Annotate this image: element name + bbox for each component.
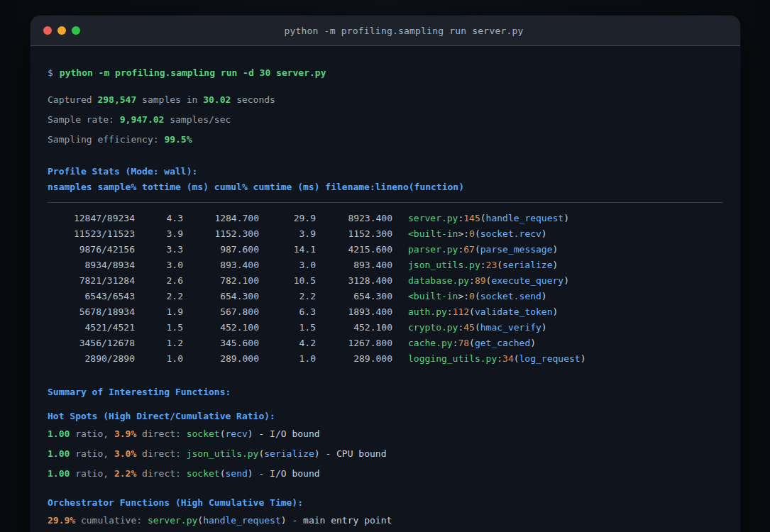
text-segment: (	[220, 428, 226, 439]
function-cell: auth.py:112(validate_token)	[408, 304, 558, 320]
cell-nsamples: 6543/6543	[48, 289, 135, 304]
cell-tottime: 567.800	[183, 304, 259, 320]
text-segment: direct:	[136, 448, 186, 459]
text-segment: Sampling efficiency:	[48, 134, 164, 145]
table-columns-header: nsamples sample% tottime (ms) cumul% cum…	[48, 179, 723, 195]
cell-cumul_pct: 6.3	[259, 304, 316, 320]
command-line: $python -m profiling.sampling run -d 30 …	[48, 63, 723, 83]
text-segment: (	[220, 468, 226, 479]
percent-value: 2.2%	[114, 468, 136, 479]
function-name: socket.send	[480, 291, 541, 301]
maximize-button[interactable]	[72, 26, 80, 35]
table-row: 3456/126781.2345.6004.21267.800cache.py:…	[48, 336, 723, 351]
cell-cumtime: 1152.300	[316, 226, 392, 242]
line-number: 23	[486, 260, 497, 270]
text-segment: (	[469, 306, 475, 317]
cell-cumul_pct: 1.5	[259, 320, 316, 336]
function-name: parse_message	[480, 244, 553, 255]
cell-nsamples: 2890/2890	[48, 351, 135, 367]
bound-description: - I/O bound	[258, 428, 319, 439]
text-segment: )	[541, 322, 547, 333]
text-segment: )	[541, 291, 547, 301]
table-row: 11523/115233.91152.3003.91152.300<built-…	[48, 226, 723, 242]
text-segment: (	[475, 244, 480, 255]
cell-tottime: 1152.300	[183, 226, 259, 242]
target-name: socket	[187, 468, 220, 479]
text-segment: direct:	[136, 428, 186, 439]
function-cell: <built-in>:0(socket.send)	[408, 289, 547, 304]
text-segment: 99.5%	[164, 134, 192, 145]
table-row: 4521/45211.5452.1001.5452.100crypto.py:4…	[48, 320, 723, 336]
text-segment: :	[469, 275, 475, 286]
cell-cumtime: 3128.400	[316, 273, 392, 289]
bound-description: - CPU bound	[325, 448, 386, 459]
text-segment: 298,547	[97, 94, 136, 105]
cell-nsamples: 12847/89234	[48, 211, 135, 226]
cell-nsamples: 4521/4521	[48, 320, 135, 336]
cell-nsamples: 11523/11523	[48, 226, 135, 242]
text-segment: :	[463, 291, 469, 301]
function-name: handle_request	[203, 515, 281, 526]
cell-nsamples: 8934/8934	[48, 257, 135, 273]
text-segment: (	[475, 291, 480, 301]
cell-sample_pct: 2.2	[135, 289, 183, 304]
text-segment: :	[480, 260, 486, 270]
profile-table: 12847/892344.31284.70029.98923.400server…	[48, 211, 723, 367]
function-name: recv	[226, 428, 248, 439]
percent-value: 29.9%	[48, 515, 75, 526]
text-segment: Sample rate:	[48, 114, 120, 125]
cell-sample_pct: 3.9	[135, 226, 183, 242]
command-text: python -m profiling.sampling run -d 30 s…	[60, 67, 326, 78]
text-segment: cumulative:	[75, 515, 148, 526]
text-segment: seconds	[231, 94, 275, 105]
text-segment: )	[553, 306, 559, 317]
terminal-window: python -m profiling.sampling run server.…	[31, 16, 740, 532]
filename: database.py	[408, 275, 469, 286]
cell-cumtime: 289.000	[316, 351, 392, 367]
cell-cumul_pct: 3.0	[259, 257, 316, 273]
close-button[interactable]	[43, 26, 52, 35]
text-segment: ratio,	[70, 448, 114, 459]
cell-cumul_pct: 4.2	[259, 336, 316, 351]
text-segment: Captured	[48, 94, 97, 105]
line-number: 78	[458, 338, 469, 348]
text-segment: (	[469, 338, 475, 348]
function-name: serialize	[502, 260, 552, 270]
percent-value: 3.9%	[114, 428, 136, 439]
target-name: json_utils.py	[187, 448, 259, 459]
text-segment: :	[463, 228, 469, 239]
table-row: 12847/892344.31284.70029.98923.400server…	[48, 211, 723, 226]
filename: <built-in	[408, 228, 458, 239]
text-segment: )	[281, 515, 292, 526]
table-row: 9876/421563.3987.60014.14215.600parser.p…	[48, 242, 723, 257]
cell-cumul_pct: 3.9	[259, 226, 316, 242]
function-name: handle_request	[486, 213, 564, 223]
filename: crypto.py	[408, 322, 458, 333]
table-row: 2890/28901.0289.0001.0289.000logging_uti…	[48, 351, 723, 367]
text-segment: (	[497, 260, 502, 270]
function-cell: parser.py:67(parse_message)	[408, 242, 558, 257]
function-cell: cache.py:78(get_cached)	[408, 336, 536, 351]
minimize-button[interactable]	[57, 26, 66, 35]
cell-nsamples: 3456/12678	[48, 336, 135, 351]
text-segment: )	[581, 353, 586, 364]
target-name: socket	[187, 428, 220, 439]
function-cell: <built-in>:0(socket.recv)	[408, 226, 547, 242]
text-segment: (	[475, 228, 480, 239]
stats-lines: Captured 298,547 samples in 30.02 second…	[48, 90, 723, 150]
line-number: 67	[463, 244, 475, 255]
hotspot-line: 1.00 ratio, 3.0% direct: json_utils.py(s…	[48, 444, 723, 464]
function-name: log_request	[519, 353, 581, 364]
line-number: 112	[453, 306, 469, 317]
text-segment: )	[541, 228, 547, 239]
cell-tottime: 987.600	[183, 242, 259, 257]
line-number: 89	[475, 275, 486, 286]
text-segment: )	[248, 468, 259, 479]
cell-cumtime: 1893.400	[316, 304, 392, 320]
function-name: socket.recv	[480, 228, 541, 239]
cell-tottime: 654.300	[183, 289, 259, 304]
cell-tottime: 893.400	[183, 257, 259, 273]
filename: parser.py	[408, 244, 458, 255]
text-segment: ratio,	[70, 428, 114, 439]
function-name: hmac_verify	[480, 322, 541, 333]
